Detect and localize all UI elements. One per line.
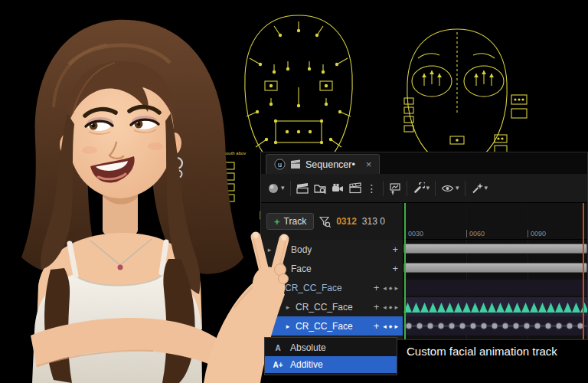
- chevron-down-icon[interactable]: ▾: [273, 284, 281, 292]
- add-section-button[interactable]: +: [374, 301, 380, 313]
- playback-end-marker[interactable]: [583, 203, 584, 339]
- menu-item-label: Additive: [290, 359, 323, 370]
- board-figure-icon: [389, 182, 401, 195]
- camera-icon: [332, 182, 344, 195]
- track-label: CR_CC_Face: [285, 283, 342, 293]
- keyframe-nav[interactable]: ◂ ◆ ▸: [383, 322, 398, 330]
- more-options-icon[interactable]: ⋮: [367, 182, 377, 195]
- track-label: CR_CC_Face: [296, 321, 353, 332]
- toolbar-separator: [435, 181, 436, 196]
- save-slate-icon: [296, 182, 309, 194]
- absolute-blend-icon: A: [272, 344, 284, 352]
- prev-key-icon[interactable]: ◂: [383, 322, 387, 330]
- add-section-button[interactable]: +: [374, 282, 380, 293]
- track-row-cr-cc-face-child[interactable]: ▸ CR_CC_Face + ◂ ◆ ▸: [261, 297, 403, 316]
- save-sequence-button[interactable]: [296, 182, 309, 194]
- menu-item-label: Absolute: [290, 342, 326, 353]
- caption-text: Custom facial animation track: [407, 345, 557, 358]
- add-section-button[interactable]: +: [392, 244, 398, 255]
- next-key-icon[interactable]: ▸: [394, 303, 398, 311]
- track-label: Body: [291, 244, 312, 255]
- chevron-down-icon: ▾: [456, 185, 459, 192]
- keyframe-nav[interactable]: ◂ ◆ ▸: [383, 303, 398, 311]
- world-dropdown-button[interactable]: ▾: [267, 182, 285, 195]
- track-toolbar: + Track 0312 313 0: [261, 203, 403, 240]
- animation-section-bar[interactable]: [403, 263, 587, 273]
- sphere-icon: [267, 182, 279, 195]
- track-row-cr-cc-face[interactable]: ▾ CR_CC_Face + ◂ ◆ ▸: [261, 278, 403, 297]
- menu-item-additive[interactable]: A+ Additive: [265, 356, 397, 373]
- animation-section-bar[interactable]: [403, 244, 587, 254]
- eye-icon: [441, 183, 454, 194]
- view-options-dropdown-button[interactable]: ▾: [441, 183, 459, 194]
- rig-label: mouth abov: [222, 151, 246, 155]
- wrench-icon: [413, 182, 425, 195]
- chevron-right-icon[interactable]: ▸: [284, 322, 292, 330]
- toolbar-separator: [383, 181, 384, 196]
- control-rig-section[interactable]: [403, 280, 587, 296]
- timeline-row-body: [403, 240, 587, 259]
- blend-type-context-menu: A Absolute A+ Additive: [264, 337, 397, 375]
- unreal-logo-icon: u: [274, 159, 286, 170]
- browse-sequence-button[interactable]: [314, 182, 326, 195]
- settings-dropdown-button[interactable]: ▾: [413, 182, 430, 195]
- add-track-button[interactable]: + Track: [266, 213, 314, 230]
- add-section-button[interactable]: +: [392, 263, 398, 274]
- track-row-face[interactable]: ▾ Face +: [261, 259, 403, 278]
- render-clapper-icon: [349, 182, 361, 194]
- skeleton-icon: [277, 263, 287, 274]
- track-row-cr-cc-face-selected[interactable]: ▸ CR_CC_Face + ◂ ◆ ▸: [261, 316, 403, 336]
- tick-label: 0030: [408, 230, 423, 237]
- playback-options-dropdown-button[interactable]: ▾: [471, 182, 488, 195]
- keyframe-nav[interactable]: ◂ ◆ ▸: [383, 284, 398, 292]
- chevron-right-icon[interactable]: ▸: [266, 246, 273, 254]
- end-frame[interactable]: 313 0: [362, 216, 385, 227]
- chevron-right-icon[interactable]: ▸: [284, 303, 292, 311]
- filter-search-icon[interactable]: [319, 216, 331, 228]
- prev-key-icon[interactable]: ◂: [383, 303, 387, 311]
- timeline-row-keyframe-triangles: [403, 297, 587, 316]
- sequencer-toolbar: ▾: [261, 174, 587, 203]
- menu-item-absolute[interactable]: A Absolute: [265, 339, 397, 356]
- add-key-icon[interactable]: ◆: [389, 323, 393, 329]
- tab-sequencer[interactable]: u Sequencer• ×: [266, 154, 380, 174]
- render-movie-button[interactable]: [349, 182, 361, 194]
- playhead-marker[interactable]: [404, 203, 406, 339]
- additive-blend-icon: A+: [272, 361, 284, 369]
- toolbar-separator: [407, 181, 407, 196]
- ruler-tick: 0060: [466, 230, 485, 237]
- timeline-area[interactable]: 0030 0060 0090: [403, 203, 587, 339]
- tab-bar: u Sequencer• ×: [261, 152, 587, 174]
- close-icon[interactable]: ×: [366, 159, 372, 170]
- ruler-tick: 0030: [405, 230, 423, 237]
- keyframe-triangle-strip[interactable]: [403, 297, 587, 316]
- add-key-icon[interactable]: ◆: [389, 304, 393, 309]
- track-label: CR_CC_Face: [296, 302, 353, 313]
- camera-button[interactable]: [332, 182, 344, 195]
- clapperboard-icon: [290, 159, 301, 169]
- timeline-ruler[interactable]: 0030 0060 0090: [403, 203, 587, 240]
- chevron-down-icon[interactable]: ▾: [266, 265, 273, 273]
- toolbar-separator: [465, 181, 466, 196]
- next-key-icon[interactable]: ▸: [394, 284, 398, 292]
- timeline-row-face: [403, 259, 587, 278]
- timeline-row-cr-cc-face: [403, 278, 587, 297]
- prev-key-icon[interactable]: ◂: [383, 284, 387, 292]
- ruler-tick: 0090: [528, 230, 546, 237]
- folder-search-icon: [314, 182, 326, 195]
- skeleton-icon: [277, 244, 287, 255]
- keyframe-dot-strip[interactable]: [403, 316, 587, 336]
- edit-details-button[interactable]: [389, 182, 401, 195]
- timeline-row-keyframe-dots: [403, 316, 587, 336]
- track-label: Face: [291, 264, 312, 274]
- current-frame[interactable]: 0312: [336, 216, 357, 227]
- track-row-body[interactable]: ▸ Body +: [261, 240, 403, 259]
- next-key-icon[interactable]: ▸: [394, 322, 398, 330]
- add-section-button[interactable]: +: [374, 320, 380, 332]
- track-outliner: + Track 0312 313 0 ▸: [261, 203, 403, 339]
- chevron-down-icon: ▾: [426, 185, 430, 192]
- unreal-logo-letter: u: [278, 161, 282, 169]
- chevron-down-icon: ▾: [485, 185, 488, 192]
- plus-icon: +: [274, 217, 280, 227]
- add-key-icon[interactable]: ◆: [389, 285, 393, 290]
